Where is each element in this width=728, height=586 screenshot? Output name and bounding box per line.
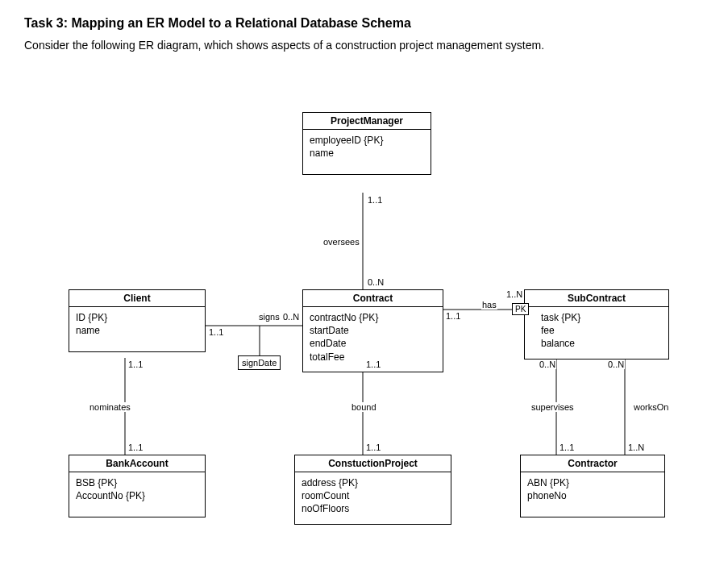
rel-workson-label: worksOn [633,402,669,412]
card-nominates-client: 1..1 [127,359,144,369]
rel-supervises-label: supervises [530,402,575,412]
card-workson-sub: 0..N [607,359,625,369]
entity-name: ConstuctionProject [295,455,451,472]
card-signs-contract: 0..N [282,312,300,322]
rel-oversees-label: oversees [322,237,360,247]
rel-signs-attr: signDate [238,355,281,370]
page: Task 3: Mapping an ER Model to a Relatio… [0,0,728,586]
entity-name: Client [69,290,205,307]
rel-nominates-label: nominates [89,402,131,412]
entity-name: Contract [303,290,443,307]
entity-attrs: ABN {PK} phoneNo [521,472,664,517]
attr: startDate [310,324,436,337]
attr: BSB {PK} [76,476,198,489]
entity-client: Client ID {PK} name [69,289,206,352]
entity-attrs: task {PK} fee balance [525,307,668,359]
rel-signs-label: signs [258,312,281,322]
entity-subcontract: SubContract task {PK} fee balance [524,289,669,359]
card-bound-project: 1..1 [365,443,381,452]
entity-contractor: Contractor ABN {PK} phoneNo [520,455,665,517]
attr: ABN {PK} [527,476,658,489]
attr: address {PK} [302,476,444,489]
task-intro: Consider the following ER diagram, which… [24,39,704,52]
card-signs-client: 1..1 [208,327,224,337]
rel-bound-label: bound [351,402,377,412]
card-has-contract: 1..1 [445,311,461,321]
entity-construction-project: ConstuctionProject address {PK} roomCoun… [294,455,451,525]
card-oversees-contract: 0..N [367,277,385,287]
attr: balance [541,337,662,350]
entity-project-manager: ProjectManager employeeID {PK} name [302,112,431,175]
entity-bank-account: BankAccount BSB {PK} AccountNo {PK} [69,455,206,517]
attr: ID {PK} [76,311,198,324]
entity-attrs: BSB {PK} AccountNo {PK} [69,472,205,517]
entity-attrs: employeeID {PK} name [303,130,431,174]
entity-attrs: ID {PK} name [69,307,205,351]
attr: name [310,147,424,160]
card-supervises-contractor: 1..1 [559,443,575,452]
card-bound-contract: 1..1 [365,359,381,369]
attr: endDate [310,337,436,350]
attr: AccountNo {PK} [76,489,198,502]
task-title: Task 3: Mapping an ER Model to a Relatio… [24,16,704,31]
entity-name: ProjectManager [303,113,431,130]
attr: contractNo {PK} [310,311,436,324]
attr: phoneNo [527,489,658,502]
attr: roomCount [302,489,444,502]
er-diagram-canvas: ProjectManager employeeID {PK} name Clie… [24,68,704,567]
entity-name: Contractor [521,455,664,472]
card-oversees-pm: 1..1 [367,195,383,205]
entity-attrs: address {PK} roomCount noOfFloors [295,472,451,524]
attr: fee [541,324,662,337]
rel-has-pk: PK [512,303,529,315]
attr: task {PK} [541,311,662,324]
attr: noOfFloors [302,502,444,515]
card-has-subcontract: 1..N [505,289,523,299]
rel-has-label: has [481,300,497,310]
attr: name [76,324,198,337]
entity-name: SubContract [525,290,668,307]
card-workson-contractor: 1..N [627,443,645,452]
entity-name: BankAccount [69,455,205,472]
card-nominates-bank: 1..1 [127,443,144,452]
attr: employeeID {PK} [310,134,424,147]
card-supervises-sub: 0..N [539,359,556,369]
